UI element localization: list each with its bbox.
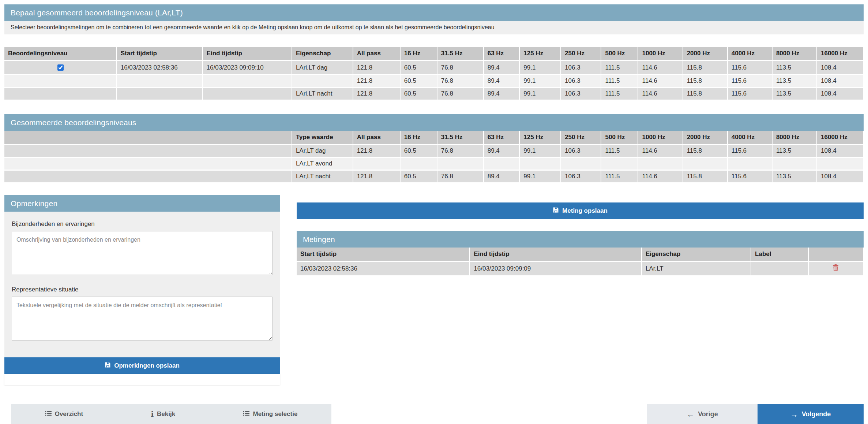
cell-value: 60.5: [401, 145, 437, 158]
cell-value: 113.5: [773, 61, 817, 75]
cell-value: [353, 158, 401, 171]
cell-value: [520, 158, 561, 171]
cell-value: 60.5: [401, 171, 437, 183]
nav-bekijk[interactable]: i Bekijk: [151, 410, 175, 418]
nav-overzicht[interactable]: Overzicht: [45, 410, 83, 418]
trash-icon: [833, 267, 839, 272]
nav-meting-selectie[interactable]: Meting selectie: [243, 410, 297, 418]
opmerkingen-opslaan-button[interactable]: Opmerkingen opslaan: [4, 357, 280, 374]
cell-value: 121.8: [353, 75, 401, 88]
volgende-button[interactable]: → Volgende: [758, 404, 864, 424]
col-8000hz: 8000 Hz: [773, 47, 817, 61]
cell-value: 115.8: [683, 75, 728, 88]
cell-eigenschap: LAri,LT nacht: [292, 88, 353, 101]
col-500hz: 500 Hz: [601, 131, 638, 145]
cell-value: 115.8: [683, 145, 728, 158]
col-all-pass: All pass: [353, 47, 401, 61]
list-icon: [243, 410, 249, 418]
bijzonderheden-label: Bijzonderheden en ervaringen: [12, 220, 273, 228]
col-31-5hz: 31.5 Hz: [437, 47, 484, 61]
col-16000hz: 16000 Hz: [817, 47, 864, 61]
cell-value: 106.3: [561, 61, 601, 75]
cell-value: 89.4: [484, 61, 520, 75]
col-type-waarde: Type waarde: [292, 131, 353, 145]
vorige-button[interactable]: ← Vorige: [647, 404, 758, 424]
cell-value: [638, 158, 683, 171]
cell-start: [117, 88, 203, 101]
cell-value: 115.6: [728, 171, 773, 183]
cell-value: 113.5: [773, 145, 817, 158]
lower-area: Opmerkingen Bijzonderheden en ervaringen…: [4, 195, 864, 385]
metingen-header-row: Start tijdstip Eind tijdstip Eigenschap …: [297, 248, 864, 262]
cell-value: 76.8: [437, 75, 484, 88]
cell-value: 115.6: [728, 75, 773, 88]
cell-value: 115.6: [728, 145, 773, 158]
opmerkingen-panel: Bijzonderheden en ervaringen Representat…: [4, 212, 280, 357]
cell-value: 113.5: [773, 171, 817, 183]
cell-value: 108.4: [817, 88, 864, 101]
cell-label: [751, 262, 809, 276]
cell-value: [484, 158, 520, 171]
delete-meting-button[interactable]: [833, 264, 839, 271]
cell-type: LAr,LT nacht: [292, 171, 353, 183]
page-subtitle: Selecteer beoordelingsmetingen om te com…: [4, 21, 864, 34]
cell-value: 99.1: [520, 88, 561, 101]
col-250hz: 250 Hz: [561, 47, 601, 61]
cell-value: [561, 158, 601, 171]
page-title: Bepaal gesommeerd beoordelingsniveau (LA…: [4, 4, 864, 21]
metingen-table: Start tijdstip Eind tijdstip Eigenschap …: [297, 248, 864, 276]
cell-value: 115.8: [683, 88, 728, 101]
cell-value: 106.3: [561, 171, 601, 183]
cell-value: 89.4: [484, 171, 520, 183]
col-8000hz: 8000 Hz: [773, 131, 817, 145]
cell-value: [728, 158, 773, 171]
cell-value: 113.5: [773, 88, 817, 101]
bijzonderheden-textarea[interactable]: [12, 231, 273, 275]
cell-value: 106.3: [561, 88, 601, 101]
col-63hz: 63 Hz: [484, 131, 520, 145]
cell-value: 76.8: [437, 88, 484, 101]
col-4000hz: 4000 Hz: [728, 131, 773, 145]
col-start-tijdstip: Start tijdstip: [297, 248, 470, 262]
cell-value: 114.6: [638, 171, 683, 183]
table-row: LAr,LT nacht 121.8 60.5 76.8 89.4 99.1 1…: [4, 171, 864, 183]
col-31-5hz: 31.5 Hz: [437, 131, 484, 145]
col-1000hz: 1000 Hz: [638, 47, 683, 61]
cell-eind: [203, 75, 292, 88]
cell-value: 114.6: [638, 61, 683, 75]
cell-value: [817, 158, 864, 171]
col-eigenschap: Eigenschap: [292, 47, 353, 61]
cell-value: 121.8: [353, 171, 401, 183]
col-beoordelingsniveau: Beoordelingsniveau: [4, 47, 117, 61]
cell-eigenschap: LAr,LT: [642, 262, 751, 276]
cell-type: LAr,LT avond: [292, 158, 353, 171]
col-actions: [809, 248, 864, 262]
save-icon: [105, 362, 111, 370]
arrow-left-icon: ←: [687, 410, 694, 418]
cell-value: 121.8: [353, 88, 401, 101]
cell-start: 16/03/2023 02:58:36: [297, 262, 470, 276]
meting-opslaan-button[interactable]: Meting opslaan: [297, 202, 864, 219]
selection-table: Beoordelingsniveau Start tijdstip Eind t…: [4, 47, 864, 101]
cell-value: [601, 158, 638, 171]
col-eind-tijdstip: Eind tijdstip: [470, 248, 642, 262]
summed-table: Type waarde All pass 16 Hz 31.5 Hz 63 Hz…: [4, 131, 864, 183]
col-16hz: 16 Hz: [401, 47, 437, 61]
cell-value: 111.5: [601, 75, 638, 88]
col-1000hz: 1000 Hz: [638, 131, 683, 145]
cell-value: [437, 158, 484, 171]
selection-table-header-row: Beoordelingsniveau Start tijdstip Eind t…: [4, 47, 864, 61]
cell-value: 108.4: [817, 145, 864, 158]
cell-value: 111.5: [601, 61, 638, 75]
cell-value: 60.5: [401, 61, 437, 75]
row-select-checkbox[interactable]: [57, 64, 64, 71]
cell-value: 108.4: [817, 75, 864, 88]
col-2000hz: 2000 Hz: [683, 47, 728, 61]
representatieve-situatie-textarea[interactable]: [12, 297, 273, 341]
col-eigenschap: Eigenschap: [642, 248, 751, 262]
cell-value: 89.4: [484, 75, 520, 88]
cell-value: 121.8: [353, 61, 401, 75]
metingen-title: Metingen: [297, 231, 864, 248]
info-icon: i: [151, 410, 154, 418]
wizard-buttons: ← Vorige → Volgende: [647, 404, 864, 424]
